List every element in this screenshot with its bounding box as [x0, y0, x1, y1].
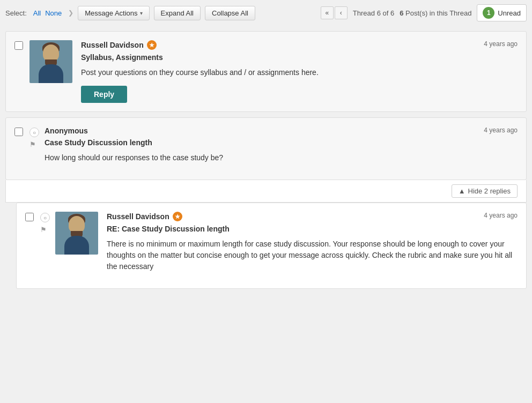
post-inner-2: ○ ⚑ Anonymous 4 years ago Case Study Dis… — [14, 126, 518, 171]
thread-post-1: Russell Davidson ★ 4 years ago Syllabus,… — [5, 31, 527, 112]
triangle-up-icon: ▲ — [459, 187, 466, 195]
toolbar: Select: All None ❯ Message Actions ▾ Exp… — [0, 0, 532, 26]
post-author-3: Russell Davidson ★ — [107, 212, 182, 221]
arrow-divider: ❯ — [68, 9, 73, 17]
flag-icon-3[interactable]: ⚑ — [40, 226, 50, 235]
checkbox-input-2[interactable] — [14, 128, 23, 136]
prev-thread-button[interactable]: ‹ — [335, 6, 348, 19]
post-header-3: Russell Davidson ★ 4 years ago — [107, 212, 518, 221]
avatar-person — [29, 40, 72, 83]
posts-count: 6 Post(s) in this Thread — [400, 9, 471, 17]
star-badge-3: ★ — [173, 212, 182, 221]
post-side-icons-2: ○ ⚑ — [29, 126, 39, 171]
post-subject-1: Syllabus, Assignments — [81, 53, 518, 62]
unread-label: Unread — [498, 9, 521, 17]
thread-navigation: « ‹ — [321, 6, 348, 19]
message-actions-label: Message Actions — [85, 9, 137, 17]
thread-info: Thread 6 of 6 — [353, 9, 394, 17]
expand-all-button[interactable]: Expand All — [154, 6, 201, 20]
toolbar-left: Select: All None ❯ Message Actions ▾ Exp… — [5, 6, 255, 20]
avatar-body — [39, 64, 63, 83]
thread-post-3: ○ ⚑ Russell Davidson ★ 4 years ago RE: C… — [16, 203, 527, 289]
like-icon-2[interactable]: ○ — [29, 128, 39, 137]
thread-post-2: ○ ⚑ Anonymous 4 years ago Case Study Dis… — [5, 117, 527, 180]
reply-button-1[interactable]: Reply — [81, 86, 127, 103]
post-header-2: Anonymous 4 years ago — [45, 126, 518, 135]
post-header-1: Russell Davidson ★ 4 years ago — [81, 40, 518, 50]
first-thread-button[interactable]: « — [321, 6, 334, 19]
post-author-1: Russell Davidson ★ — [81, 40, 157, 50]
author-name-1: Russell Davidson — [81, 41, 144, 49]
star-badge-1: ★ — [147, 40, 157, 50]
hide-replies-label: Hide 2 replies — [468, 187, 511, 195]
post-timestamp-2: 4 years ago — [484, 126, 518, 134]
unread-badge: 1 Unread — [477, 4, 527, 21]
chevron-down-icon: ▾ — [140, 10, 143, 16]
flag-icon-2[interactable]: ⚑ — [29, 140, 39, 150]
post-checkbox-2[interactable] — [14, 128, 23, 171]
hide-replies-bar: ▲ Hide 2 replies — [5, 180, 527, 203]
author-name-2: Anonymous — [45, 126, 88, 135]
avatar-body-3 — [64, 236, 89, 255]
hide-replies-button[interactable]: ▲ Hide 2 replies — [452, 184, 518, 198]
posts-count-number: 6 — [400, 9, 403, 17]
author-name-3: Russell Davidson — [107, 212, 169, 221]
post-avatar-3 — [55, 212, 98, 255]
post-content-2: Anonymous 4 years ago Case Study Discuss… — [45, 126, 518, 171]
post-timestamp-3: 4 years ago — [484, 212, 518, 219]
post-subject-3: RE: Case Study Discussion length — [107, 225, 518, 233]
post-body-2: How long should our responses to the cas… — [45, 152, 518, 163]
post-author-2: Anonymous — [45, 126, 88, 135]
select-all-link[interactable]: All — [33, 9, 41, 17]
avatar-person-3 — [55, 212, 98, 255]
post-avatar-1 — [29, 40, 72, 83]
post-timestamp-1: 4 years ago — [484, 40, 518, 48]
post-checkbox-3[interactable] — [25, 213, 34, 280]
post-content-3: Russell Davidson ★ 4 years ago RE: Case … — [107, 212, 518, 280]
avatar-head-3 — [69, 216, 85, 233]
avatar-head — [43, 44, 59, 62]
collapse-all-button[interactable]: Collapse All — [205, 6, 255, 20]
toolbar-right: « ‹ Thread 6 of 6 6 Post(s) in this Thre… — [321, 4, 527, 21]
checkbox-input-1[interactable] — [14, 41, 23, 50]
message-actions-button[interactable]: Message Actions ▾ — [78, 6, 149, 20]
unread-count: 1 — [483, 7, 494, 19]
post-body-3: There is no minimum or maximum length fo… — [107, 238, 518, 272]
post-body-1: Post your questions on they course sylla… — [81, 67, 518, 78]
post-inner-3: ○ ⚑ Russell Davidson ★ 4 years ago RE: C… — [25, 212, 518, 280]
post-checkbox-1[interactable] — [14, 41, 23, 103]
checkbox-input-3[interactable] — [25, 213, 34, 221]
select-none-link[interactable]: None — [45, 9, 62, 17]
select-label: Select: — [5, 9, 27, 17]
post-subject-2: Case Study Discussion length — [45, 138, 518, 147]
like-icon-3[interactable]: ○ — [40, 213, 50, 222]
posts-count-suffix: Post(s) in this Thread — [405, 9, 471, 17]
post-content-1: Russell Davidson ★ 4 years ago Syllabus,… — [81, 40, 518, 103]
post-inner: Russell Davidson ★ 4 years ago Syllabus,… — [14, 40, 518, 103]
post-side-icons-3: ○ ⚑ — [40, 212, 50, 280]
